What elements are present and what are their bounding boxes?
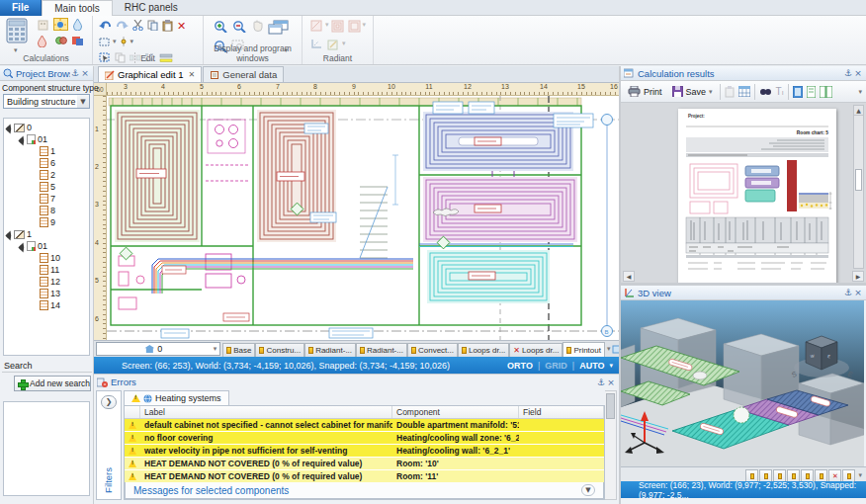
pin-icon[interactable]: ⚓ — [843, 288, 853, 297]
tree-item-unit[interactable]: 01 — [4, 133, 89, 145]
paste-icon[interactable] — [162, 20, 173, 32]
pin-icon[interactable]: ⚓ — [70, 68, 80, 78]
tree-item-room[interactable]: 9 — [4, 216, 89, 228]
tree-item-room[interactable]: 5 — [4, 181, 89, 193]
error-row[interactable]: HEAT DEMAND NOT COVERED (0 % of required… — [125, 470, 604, 482]
copy-icon[interactable] — [147, 20, 158, 31]
status-options-arrow[interactable]: ▾ — [609, 362, 613, 370]
loops-icon[interactable] — [331, 20, 344, 33]
tree-item-room[interactable]: 11 — [4, 264, 89, 276]
close-icon[interactable]: × — [853, 68, 863, 78]
tree-item-room[interactable]: 2 — [4, 169, 89, 181]
tab-main-tools[interactable]: Main tools — [42, 0, 113, 16]
error-row[interactable]: default cabinet not specified - cannot s… — [125, 419, 604, 432]
tree-item-room[interactable]: 6 — [4, 157, 89, 169]
layer-select[interactable]: 0 ▾ — [96, 342, 220, 356]
sheet-tab-base[interactable]: Base — [222, 343, 255, 357]
orto-toggle[interactable]: ORTO — [507, 361, 533, 371]
tab-rhc-panels[interactable]: RHC panels — [113, 0, 190, 16]
tree-item-room[interactable]: 8 — [4, 205, 89, 216]
sheet-tab-loops-2[interactable]: ✕Loops dr... — [509, 343, 563, 357]
heating-drop-icon[interactable] — [37, 35, 47, 47]
sheet-tab-construction[interactable]: Constru... — [255, 343, 304, 357]
tree-item-room[interactable]: 7 — [4, 193, 89, 205]
grid-toggle[interactable]: GRID — [545, 361, 567, 371]
sheet-tab-convectors[interactable]: Convect... — [407, 343, 458, 357]
edit-panel-icon[interactable] — [327, 39, 340, 50]
chevron-down-icon[interactable]: ▾ — [211, 345, 220, 353]
edit-panel-arrow[interactable]: ▾ — [342, 40, 346, 47]
error-row[interactable]: HEAT DEMAND NOT COVERED (0 % of required… — [125, 458, 604, 470]
error-row[interactable]: no floor coveringHeating/cooling wall zo… — [125, 432, 604, 445]
tab-file[interactable]: File — [0, 0, 42, 16]
close-icon[interactable]: × — [606, 378, 616, 387]
filters-tab[interactable]: Filters — [103, 467, 114, 493]
results-calc-icon[interactable] — [71, 35, 84, 46]
sheet-tab-loops-1[interactable]: Loops dr... — [458, 343, 509, 357]
tab-heating-systems[interactable]: Heating systems — [124, 390, 229, 405]
save-button[interactable]: Save ▾ — [669, 85, 716, 98]
close-icon[interactable]: × — [853, 288, 863, 297]
tree-item-unit[interactable]: 01 — [4, 240, 89, 252]
tree-item-storey[interactable]: 0 — [4, 122, 89, 133]
pin-icon[interactable]: ⚓ — [843, 68, 853, 78]
close-tab-icon[interactable]: ✕ — [189, 70, 196, 79]
error-row[interactable]: water velocity in pipe not sufficient fo… — [125, 445, 604, 458]
region-icon[interactable] — [99, 37, 111, 47]
view-3d-canvas[interactable]: W E S E — [621, 300, 866, 466]
delete-icon[interactable]: ✕ — [177, 20, 186, 33]
region-dropdown-arrow[interactable]: ▾ — [113, 38, 117, 45]
sheet-tab-radiant-1[interactable]: Radiant-... — [304, 343, 356, 357]
structure-type-select[interactable]: Building structure ▼ — [3, 94, 90, 109]
tree-item-storey[interactable]: 1 — [4, 228, 89, 240]
undo-icon[interactable] — [99, 20, 112, 31]
expand-sidebar-button[interactable]: ❯ — [101, 395, 117, 409]
cooling-drop-icon[interactable] — [72, 18, 83, 31]
chevron-down-icon[interactable]: ▼ — [77, 95, 89, 108]
auto-toggle[interactable]: AUTO — [579, 361, 604, 371]
tree-item-room[interactable]: 10 — [4, 252, 89, 264]
chevron-down-icon[interactable]: ▼ — [581, 484, 595, 496]
pan-hand-icon[interactable] — [251, 20, 264, 33]
toolbar-overflow-arrow[interactable]: ▾ — [858, 88, 862, 96]
calculate-icon[interactable] — [6, 18, 30, 43]
column-component[interactable]: Component — [392, 406, 519, 418]
next-page-button[interactable]: ▶ — [852, 271, 864, 282]
tree-item-room[interactable]: 1 — [4, 145, 89, 157]
column-field[interactable]: Field — [519, 406, 604, 418]
tree-expander-icon[interactable] — [6, 231, 13, 238]
node-dropdown-arrow[interactable]: ▾ — [130, 38, 134, 45]
sheet-tab-radiant-2[interactable]: Radiant-... — [356, 343, 407, 357]
paste-results-icon[interactable] — [725, 86, 735, 98]
tree-item-room[interactable]: 14 — [4, 299, 89, 311]
preview-scrollbar[interactable]: ▲ — [853, 105, 864, 269]
tree-item-room[interactable]: 12 — [4, 276, 89, 288]
loops2-icon[interactable] — [348, 20, 361, 33]
drawing-canvas[interactable]: B — [107, 96, 619, 340]
redo-icon[interactable] — [116, 20, 129, 31]
print-button[interactable]: Print — [625, 85, 665, 98]
page-view-icon[interactable] — [793, 86, 803, 98]
loops-arrow[interactable]: ▾ — [363, 21, 367, 29]
node-edit-icon[interactable] — [119, 37, 129, 47]
cut-icon[interactable] — [132, 20, 143, 31]
mini-tabs-overflow-arrow[interactable]: ▾ — [858, 471, 862, 479]
text-cursor-icon[interactable]: Tı — [776, 86, 784, 97]
single-page-icon[interactable] — [807, 86, 816, 98]
close-icon[interactable]: × — [80, 68, 90, 78]
tab-graphical-edit[interactable]: Graphical edit 1 ✕ — [98, 66, 202, 82]
radiant-calc-icon[interactable] — [53, 18, 68, 31]
sheet-overflow-arrow[interactable]: ▾ — [607, 345, 611, 357]
table-view-icon[interactable] — [738, 86, 750, 97]
messages-bar[interactable]: Messages for selected components ▼ — [125, 482, 604, 499]
tree-expander-icon[interactable] — [19, 243, 26, 250]
program-windows-icon[interactable] — [268, 20, 290, 35]
prev-page-button[interactable]: ◀ — [623, 271, 635, 282]
tree-expander-icon[interactable] — [6, 125, 13, 131]
errors-scrollbar[interactable] — [605, 390, 617, 500]
measure-icon[interactable] — [310, 39, 323, 49]
tree-item-room[interactable]: 13 — [4, 288, 89, 299]
add-new-search-button[interactable]: Add new search — [14, 376, 91, 391]
report-preview[interactable]: Project: Room chart: 5 — [621, 103, 866, 283]
zoom-out-icon[interactable] — [232, 20, 247, 33]
